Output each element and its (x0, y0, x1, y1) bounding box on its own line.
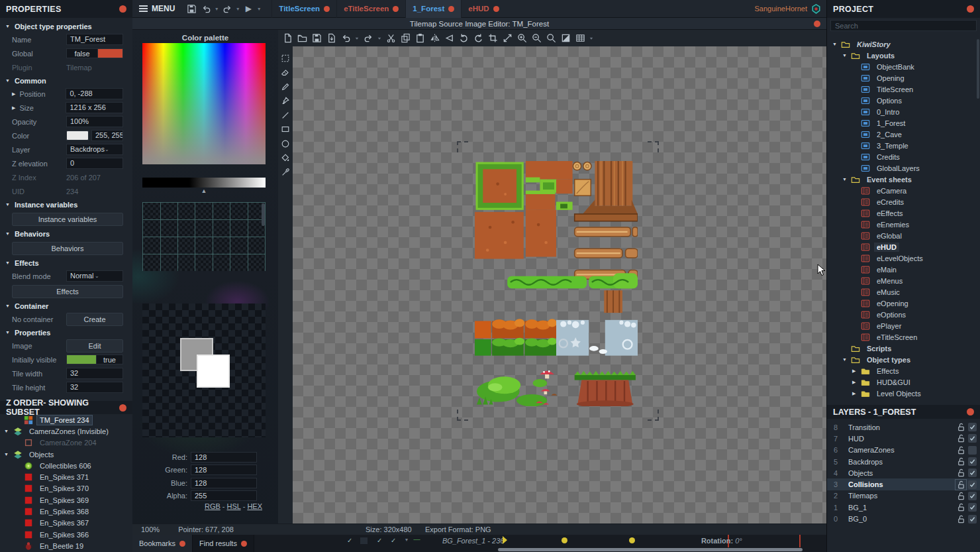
project-tree-item[interactable]: eGlobal (827, 230, 980, 241)
layer-row-camerazones[interactable]: 6CameraZones (827, 445, 980, 456)
save-button[interactable] (310, 32, 323, 45)
create-container-button[interactable]: Create (66, 313, 123, 326)
project-tree-item[interactable]: eMusic (827, 286, 980, 298)
instance-variables-button[interactable]: Instance variables (12, 213, 123, 226)
lock-icon[interactable] (956, 514, 966, 524)
layer-visibility-checkbox[interactable] (968, 446, 977, 455)
layer-visibility-checkbox[interactable] (968, 480, 977, 489)
project-tree-item[interactable]: ▼Layouts (827, 50, 980, 61)
brightness-slider-marker[interactable]: ▲ (142, 188, 266, 194)
redo-dropdown-caret[interactable]: ▾ (234, 6, 241, 12)
layer-row-bg_1[interactable]: 1BG_1 (827, 502, 980, 513)
project-tree-item[interactable]: ▼KiwiStory (827, 38, 980, 50)
menu-button[interactable]: MENU (152, 4, 175, 13)
z-order-item[interactable]: En_Spikes 367 (0, 518, 132, 529)
size-input[interactable]: 1216 x 256 (66, 102, 123, 113)
z-order-item[interactable]: Collectibles 606 (0, 460, 132, 471)
tab-ehud[interactable]: eHUD (461, 0, 505, 18)
section-common[interactable]: ▼Common (0, 74, 132, 87)
new-file-button[interactable] (281, 32, 294, 45)
zoom-fit-button[interactable] (544, 32, 558, 45)
project-search-input[interactable] (830, 20, 977, 31)
zoom-out-button[interactable] (530, 32, 543, 45)
initially-visible-toggle[interactable]: true (66, 355, 123, 364)
undo-button[interactable] (339, 32, 352, 45)
section-effects[interactable]: ▼Effects (0, 256, 132, 269)
layer-row-backdrops[interactable]: 5Backdrops (827, 456, 980, 467)
project-tree-item[interactable]: ▶Effects (827, 365, 980, 376)
project-tree-item[interactable]: eMain (827, 264, 980, 275)
channel-input-green[interactable] (191, 465, 257, 475)
tab-status-dot[interactable] (448, 6, 454, 12)
lock-icon[interactable] (956, 457, 966, 467)
layer-row-tilemaps[interactable]: 2Tilemaps (827, 490, 980, 502)
project-tree-item[interactable]: 2_Cave (827, 129, 980, 140)
behaviors-button[interactable]: Behaviors (12, 242, 123, 255)
lock-icon[interactable] (956, 502, 966, 512)
marquee-select-tool[interactable] (279, 53, 291, 63)
project-tree-item[interactable]: eLevelObjects (827, 252, 980, 264)
color-mode-link-rgb[interactable]: RGB (205, 502, 220, 510)
panel-status-dot[interactable] (967, 5, 974, 13)
z-order-item[interactable]: En_Spikes 369 (0, 494, 132, 506)
lock-icon[interactable] (956, 422, 966, 432)
tab-status-dot[interactable] (393, 6, 399, 12)
project-tree-item[interactable]: 0_Intro (827, 106, 980, 117)
layer-visibility-checkbox[interactable] (968, 503, 977, 512)
crop-button[interactable] (486, 32, 499, 45)
rotate-cw-button[interactable] (471, 32, 485, 45)
project-tree-item[interactable]: 1_Forest (827, 117, 980, 129)
redo-button[interactable] (362, 32, 375, 45)
panel-status-dot[interactable] (119, 5, 126, 13)
section-behaviors[interactable]: ▼Behaviors (0, 227, 132, 240)
horizontal-scrollbar[interactable] (498, 548, 803, 551)
preview-play-button[interactable]: ▶ (241, 2, 256, 15)
redo-button[interactable] (220, 2, 234, 15)
undo-dropdown-caret[interactable]: ▾ (213, 6, 220, 12)
z-order-item[interactable]: En_Beetle 19 (0, 540, 132, 551)
project-tree-item[interactable]: eMenus (827, 275, 980, 286)
project-tree-item[interactable]: GlobalLayers (827, 162, 980, 174)
layer-row-bg_0[interactable]: 0BG_0 (827, 513, 980, 524)
resize-handle-top-left[interactable] (457, 141, 468, 152)
global-toggle[interactable]: false (66, 48, 123, 58)
tileset-image[interactable] (475, 160, 638, 406)
project-tree-item[interactable]: Opening (827, 72, 980, 83)
save-as-button[interactable] (324, 32, 338, 45)
grid-button[interactable] (573, 32, 587, 45)
channel-input-red[interactable] (191, 452, 257, 463)
opacity-input[interactable]: 100% (66, 116, 123, 127)
open-folder-button[interactable] (295, 32, 309, 45)
tab-status-dot[interactable] (324, 6, 330, 12)
undo-button[interactable] (199, 2, 213, 15)
dropdown-caret[interactable]: ▾ (405, 537, 408, 543)
image-canvas[interactable] (293, 46, 826, 524)
editor-status-dot[interactable] (814, 21, 820, 27)
swatch-grid[interactable] (142, 202, 266, 271)
project-tree-item[interactable]: eHUD (827, 241, 980, 252)
tile-height-input[interactable]: 32 (66, 382, 123, 393)
hue-saturation-gradient[interactable] (142, 43, 266, 164)
lock-icon[interactable] (956, 445, 966, 455)
project-tree-item[interactable]: eOptions (827, 309, 980, 320)
lock-icon[interactable] (956, 480, 966, 490)
tab-status-dot[interactable] (179, 541, 185, 547)
project-tree-item[interactable]: Options (827, 95, 980, 106)
layer-visibility-checkbox[interactable] (968, 469, 977, 477)
panel-status-dot[interactable] (119, 404, 126, 412)
bottom-tab-find-results[interactable]: Find results (193, 535, 254, 552)
project-tree-item[interactable]: ▼Object types (827, 354, 980, 365)
blend-mode-dropdown[interactable]: Normal⌄ (66, 270, 123, 282)
layer-visibility-checkbox[interactable] (968, 492, 977, 500)
user-account[interactable]: SanguineHornet (754, 4, 826, 14)
background-color-swatch[interactable] (197, 355, 230, 388)
project-tree-item[interactable]: eEnemies (827, 219, 980, 230)
effects-button[interactable]: Effects (12, 285, 123, 298)
bottom-tab-bookmarks[interactable]: Bookmarks (132, 535, 193, 552)
project-tree-item[interactable]: ▼Event sheets (827, 174, 980, 185)
preview-dropdown-caret[interactable]: ▾ (256, 6, 262, 12)
z-order-item[interactable]: En_Spikes 371 (0, 471, 132, 482)
section-container[interactable]: ▼Container (0, 300, 132, 312)
layer-row-transition[interactable]: 8Transition (827, 421, 980, 433)
color-swatch[interactable] (66, 131, 89, 140)
